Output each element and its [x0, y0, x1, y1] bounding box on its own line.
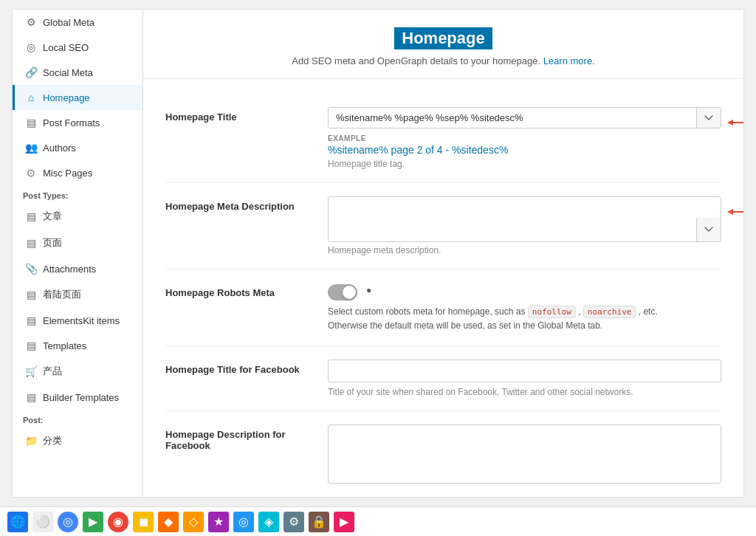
sidebar-item-label: ElementsKit items	[43, 315, 120, 326]
taskbar-icon-9[interactable]: ★	[208, 512, 229, 532]
products-icon: 🛒	[25, 365, 37, 377]
homepage-title-row: Homepage Title EXAMPLE %sitename% page 2…	[165, 94, 721, 183]
sidebar-item-global-meta[interactable]: ⚙ Global Meta	[13, 10, 142, 35]
taskbar-icon-4[interactable]: ▶	[83, 512, 103, 532]
toggle-knob	[343, 286, 356, 299]
homepage-title-input-wrapper	[328, 107, 721, 128]
sidebar-item-landing[interactable]: ▤ 着陆页面	[13, 281, 142, 308]
taskbar-icon-12[interactable]: ⚙	[284, 512, 304, 532]
title-hint: Homepage title tag.	[328, 159, 721, 169]
sidebar-item-misc-pages[interactable]: ⊙ Misc Pages	[13, 160, 142, 185]
sidebar-item-label: Attachments	[43, 264, 96, 275]
taskbar-icon-8[interactable]: ◇	[183, 512, 204, 532]
templates-icon: ▤	[25, 340, 37, 351]
elementskit-icon: ▤	[25, 315, 37, 326]
taskbar-icon-1[interactable]: 🌐	[7, 512, 28, 532]
page-description: Add SEO meta and OpenGraph details to yo…	[158, 55, 729, 66]
sidebar-item-label: Builder Templates	[43, 392, 119, 403]
annotation-1: 1	[727, 116, 744, 128]
sidebar-item-homepage[interactable]: ⌂ Homepage	[13, 85, 142, 110]
sidebar-item-label: Post Formats	[43, 117, 100, 128]
fb-desc-label: Homepage Description for Facebook	[165, 425, 313, 487]
home-icon: ⌂	[25, 92, 37, 103]
robots-toggle-row: ●	[328, 283, 721, 300]
sidebar-item-authors[interactable]: 👥 Authors	[13, 135, 142, 160]
svg-marker-1	[727, 120, 733, 126]
sidebar: ⚙ Global Meta ◎ Local SEO 🔗 Social Meta …	[12, 9, 143, 498]
sidebar-item-label: Global Meta	[43, 17, 94, 28]
fb-title-input[interactable]	[328, 360, 721, 382]
sidebar-item-label: 产品	[43, 365, 62, 378]
learn-more-link[interactable]: Learn more.	[543, 55, 595, 66]
attachment-icon: 📎	[25, 263, 37, 275]
sidebar-item-local-seo[interactable]: ◎ Local SEO	[13, 35, 142, 60]
fb-title-row: Homepage Title for Facebook Title of you…	[165, 346, 721, 411]
content-header: Homepage Add SEO meta and OpenGraph deta…	[143, 10, 743, 79]
fb-desc-control	[328, 425, 721, 487]
sidebar-item-social-meta[interactable]: 🔗 Social Meta	[13, 60, 142, 85]
article-icon: ▤	[25, 210, 37, 222]
taskbar-icon-2[interactable]: ⚪	[32, 512, 53, 532]
homepage-meta-desc-control: Homepage meta description.	[328, 196, 721, 255]
sidebar-item-categories[interactable]: 📁 分类	[13, 427, 142, 454]
sidebar-item-pages[interactable]: ▤ 页面	[13, 230, 142, 256]
homepage-title-dropdown-btn[interactable]	[696, 108, 721, 128]
folder-icon: 📁	[25, 435, 37, 447]
fb-desc-textarea[interactable]	[328, 425, 721, 484]
fb-title-hint: Title of your site when shared on Facebo…	[328, 387, 721, 397]
taskbar-icon-14[interactable]: ▶	[334, 512, 354, 532]
landing-icon: ▤	[25, 289, 37, 300]
homepage-meta-desc-row: Homepage Meta Description Homepage meta …	[165, 183, 721, 269]
bottom-taskbar: 🌐 ⚪ ◎ ▶ ◉ ◼ ◆ ◇ ★ ◎ ◈ ⚙ 🔒 ▶	[0, 506, 756, 536]
homepage-robots-label: Homepage Robots Meta	[165, 283, 313, 332]
sidebar-item-label: Homepage	[43, 92, 90, 103]
sidebar-item-label: 文章	[43, 210, 62, 223]
sidebar-item-label: Misc Pages	[43, 168, 92, 179]
homepage-meta-desc-input-wrapper	[328, 196, 721, 242]
fb-title-control: Title of your site when shared on Facebo…	[328, 360, 721, 397]
sidebar-item-templates[interactable]: ▤ Templates	[13, 333, 142, 358]
homepage-robots-row: Homepage Robots Meta ● Select custom rob…	[165, 269, 721, 346]
sidebar-item-label: Authors	[43, 142, 76, 154]
homepage-meta-desc-textarea[interactable]	[329, 197, 696, 241]
sidebar-item-label: Social Meta	[43, 67, 93, 78]
example-value: %sitename% page 2 of 4 - %sitedesc%	[328, 144, 721, 156]
seo-form: Homepage Title EXAMPLE %sitename% page 2…	[143, 79, 743, 498]
homepage-meta-desc-dropdown-btn[interactable]	[696, 218, 721, 241]
homepage-title-input[interactable]	[329, 108, 696, 128]
main-content: Homepage Add SEO meta and OpenGraph deta…	[143, 9, 744, 498]
sidebar-item-products[interactable]: 🛒 产品	[13, 358, 142, 385]
taskbar-icon-13[interactable]: 🔒	[309, 512, 329, 532]
sidebar-item-elementskit[interactable]: ▤ ElementsKit items	[13, 308, 142, 333]
location-icon: ◎	[25, 41, 37, 53]
homepage-robots-control: ● Select custom robots meta for homepage…	[328, 283, 721, 332]
fb-desc-row: Homepage Description for Facebook	[165, 411, 721, 498]
document-icon: ▤	[25, 117, 37, 128]
sidebar-item-label: Templates	[43, 340, 86, 351]
misc-icon: ⊙	[25, 167, 37, 179]
taskbar-icon-5[interactable]: ◉	[108, 512, 128, 532]
taskbar-icon-10[interactable]: ◎	[233, 512, 254, 532]
fb-title-label: Homepage Title for Facebook	[165, 360, 313, 397]
sidebar-item-label: Local SEO	[43, 42, 89, 53]
nofollow-tag: nofollow	[528, 306, 576, 318]
taskbar-icon-11[interactable]: ◈	[258, 512, 279, 532]
robots-toggle[interactable]	[328, 284, 357, 300]
share-icon: 🔗	[25, 66, 37, 78]
sidebar-item-label: 着陆页面	[43, 288, 81, 301]
noarchive-tag: noarchive	[583, 306, 636, 318]
robots-description: Select custom robots meta for homepage, …	[328, 305, 721, 332]
gear-icon: ⚙	[25, 16, 37, 28]
taskbar-icon-7[interactable]: ◆	[158, 512, 179, 532]
homepage-title-control: EXAMPLE %sitename% page 2 of 4 - %sitede…	[328, 107, 721, 169]
svg-marker-3	[727, 209, 733, 215]
toggle-on-label: ●	[366, 285, 371, 295]
sidebar-item-post-formats[interactable]: ▤ Post Formats	[13, 110, 142, 135]
sidebar-item-builder-templates[interactable]: ▤ Builder Templates	[13, 385, 142, 410]
sidebar-item-articles[interactable]: ▤ 文章	[13, 203, 142, 230]
taskbar-icon-3[interactable]: ◎	[58, 512, 78, 532]
users-icon: 👥	[25, 142, 37, 154]
post-section-label: Post:	[13, 410, 142, 427]
sidebar-item-attachments[interactable]: 📎 Attachments	[13, 256, 142, 281]
taskbar-icon-6[interactable]: ◼	[133, 512, 154, 532]
